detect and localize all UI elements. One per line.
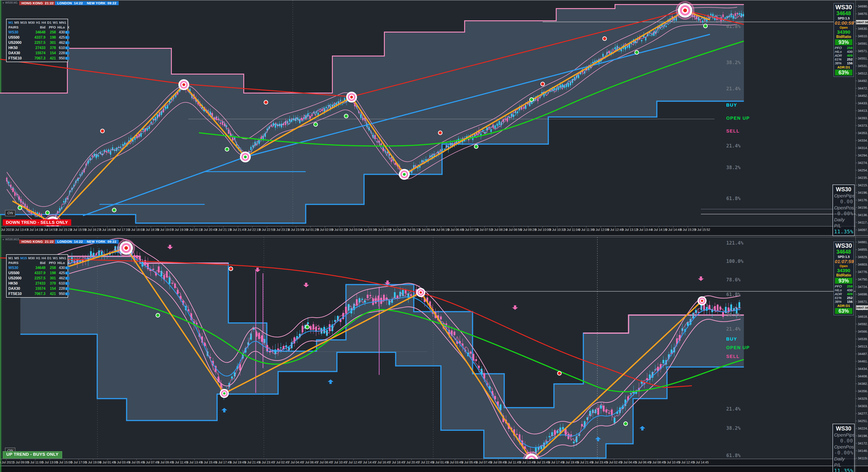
trading-workspace: ▼WS30,M1 HONG KONG 21:22 LONDON 14:22 NE… <box>0 0 868 472</box>
chart-plot-top[interactable] <box>0 0 856 226</box>
chart-plot-bottom[interactable] <box>0 237 856 459</box>
